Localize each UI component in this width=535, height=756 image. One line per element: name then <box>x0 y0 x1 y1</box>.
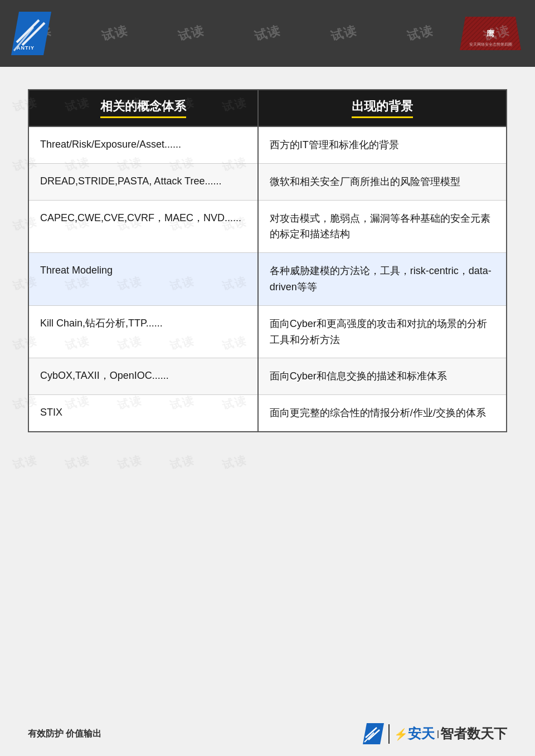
cell-right-text-0: 西方的IT管理和标准化的背景 <box>270 139 399 150</box>
cell-left-4: Kill Chain,钻石分析,TTP...... <box>28 305 258 358</box>
cell-left-text-0: Threat/Risk/Exposure/Asset...... <box>40 139 181 150</box>
table-row: Threat/Risk/Exposure/Asset......西方的IT管理和… <box>28 126 507 163</box>
cell-right-1: 微软和相关安全厂商所推出的风险管理模型 <box>258 163 507 200</box>
footer-antiy-icon <box>363 723 384 744</box>
cell-right-0: 西方的IT管理和标准化的背景 <box>258 126 507 163</box>
table-row: DREAD,STRIDE,PASTA, Attack Tree......微软和… <box>28 163 507 200</box>
cell-left-3: Threat Modeling <box>28 253 258 306</box>
table-body: Threat/Risk/Exposure/Asset......西方的IT管理和… <box>28 126 507 432</box>
cell-left-text-5: CybOX,TAXII，OpenIOC...... <box>40 370 169 381</box>
header-watermark: 试读 试读 试读 试读 试读 试读 试读 <box>0 0 535 67</box>
cell-right-text-1: 微软和相关安全厂商所推出的风险管理模型 <box>270 176 460 187</box>
cell-left-text-3: Threat Modeling <box>40 265 113 276</box>
table-header-row: 相关的概念体系 出现的背景 <box>28 90 507 126</box>
cell-left-text-4: Kill Chain,钻石分析,TTP...... <box>40 318 163 329</box>
col1-header-cell: 相关的概念体系 <box>28 90 258 126</box>
cell-right-3: 各种威胁建模的方法论，工具，risk-centric，data-driven等等 <box>258 253 507 306</box>
svg-text:安天网络安全态势第四圈: 安天网络安全态势第四圈 <box>469 42 512 47</box>
table-row: Kill Chain,钻石分析,TTP......面向Cyber和更高强度的攻击… <box>28 305 507 358</box>
cell-right-2: 对攻击模式，脆弱点，漏洞等各种基础的安全元素的标定和描述结构 <box>258 200 507 253</box>
cell-right-text-2: 对攻击模式，脆弱点，漏洞等各种基础的安全元素的标定和描述结构 <box>270 213 490 240</box>
logo-area: ANTIY <box>11 12 51 55</box>
cell-right-text-5: 面向Cyber和信息交换的描述和标准体系 <box>270 370 447 382</box>
footer-divider <box>388 724 390 744</box>
cell-left-5: CybOX,TAXII，OpenIOC...... <box>28 358 258 395</box>
header-right-logo: 鹰 安天网络安全态势第四圈 <box>457 11 524 56</box>
table-row: CybOX,TAXII，OpenIOC......面向Cyber和信息交换的描述… <box>28 358 507 395</box>
footer-antiy-name: ⚡安天 <box>394 725 435 743</box>
cell-left-0: Threat/Risk/Exposure/Asset...... <box>28 126 258 163</box>
col2-header-text: 出现的背景 <box>352 98 413 118</box>
footer-separator: | <box>437 729 439 738</box>
cell-left-text-1: DREAD,STRIDE,PASTA, Attack Tree...... <box>40 175 221 187</box>
cell-right-text-4: 面向Cyber和更高强度的攻击和对抗的场景的分析工具和分析方法 <box>270 318 487 345</box>
cell-left-text-2: CAPEC,CWE,CVE,CVRF，MAEC，NVD...... <box>40 212 241 223</box>
cell-right-4: 面向Cyber和更高强度的攻击和对抗的场景的分析工具和分析方法 <box>258 305 507 358</box>
footer-right-logo: ⚡安天 | 智者数天下 <box>363 723 507 744</box>
footer-slogan-text: 智者数天下 <box>440 725 507 743</box>
cell-left-1: DREAD,STRIDE,PASTA, Attack Tree...... <box>28 163 258 200</box>
col2-header-cell: 出现的背景 <box>258 90 507 126</box>
antiy-label: ANTIY <box>17 45 35 51</box>
table-row: CAPEC,CWE,CVE,CVRF，MAEC，NVD......对攻击模式，脆… <box>28 200 507 253</box>
footer: 有效防护 价值输出 ⚡安天 | 智者数天下 <box>0 711 535 756</box>
cell-left-text-6: STIX <box>40 407 62 418</box>
cell-left-2: CAPEC,CWE,CVE,CVRF，MAEC，NVD...... <box>28 200 258 253</box>
cell-right-5: 面向Cyber和信息交换的描述和标准体系 <box>258 358 507 395</box>
svg-text:鹰: 鹰 <box>487 29 494 38</box>
main-content: 相关的概念体系 出现的背景 Threat/Risk/Exposure/Asset… <box>0 67 535 449</box>
table-row: STIX面向更完整的综合性的情报分析/作业/交换的体系 <box>28 395 507 432</box>
footer-left-text: 有效防护 价值输出 <box>28 728 101 740</box>
header: 试读 试读 试读 试读 试读 试读 试读 ANTIY <box>0 0 535 67</box>
col1-header-text: 相关的概念体系 <box>100 98 186 118</box>
table-row: Threat Modeling各种威胁建模的方法论，工具，risk-centri… <box>28 253 507 306</box>
cell-right-6: 面向更完整的综合性的情报分析/作业/交换的体系 <box>258 395 507 432</box>
cell-left-6: STIX <box>28 395 258 432</box>
cell-right-text-3: 各种威胁建模的方法论，工具，risk-centric，data-driven等等 <box>270 265 492 292</box>
content-table: 相关的概念体系 出现的背景 Threat/Risk/Exposure/Asset… <box>28 89 507 432</box>
header-badge: 鹰 安天网络安全态势第四圈 <box>460 17 521 50</box>
cell-right-text-6: 面向更完整的综合性的情报分析/作业/交换的体系 <box>270 407 486 418</box>
